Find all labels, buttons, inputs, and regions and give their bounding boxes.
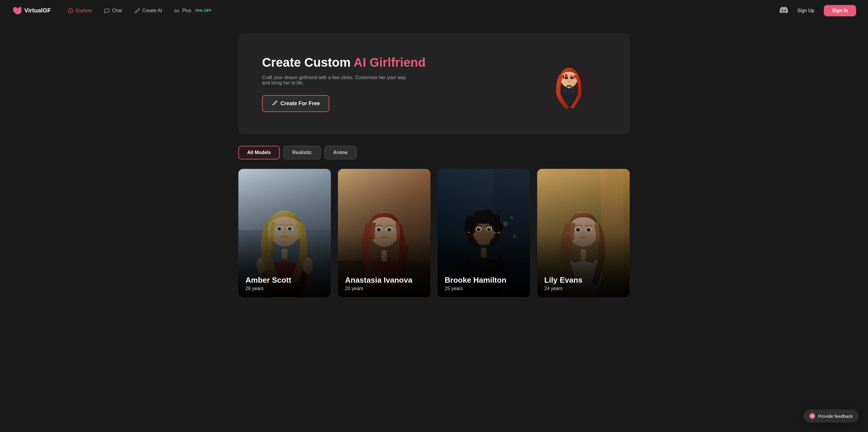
nav-create-ai[interactable]: Create AI <box>129 5 167 16</box>
signup-button[interactable]: Sign Up <box>793 6 819 16</box>
create-btn-label: Create For Free <box>280 100 320 107</box>
filter-anime[interactable]: Anime <box>324 146 356 159</box>
hero-character-illustration <box>523 51 606 116</box>
svg-point-84 <box>582 233 582 233</box>
nav-plus[interactable]: Plus 75% OFF <box>169 5 216 16</box>
hero-card: Create Custom AI Girlfriend Craft your d… <box>238 33 630 134</box>
hero-content: Create Custom AI Girlfriend Craft your d… <box>262 55 523 112</box>
nav-explore[interactable]: Explore <box>63 5 97 16</box>
model-info-amber: Amber Scott 26 years <box>238 270 331 297</box>
wand-icon <box>272 100 277 107</box>
svg-point-66 <box>471 239 477 248</box>
model-name-lily: Lily Evans <box>544 275 623 285</box>
model-age-brooke: 25 years <box>445 286 523 291</box>
feedback-button[interactable]: Provide feedback <box>803 409 859 423</box>
logo[interactable]: VirtualGF <box>12 6 51 15</box>
svg-point-85 <box>585 233 585 233</box>
crown-icon <box>174 8 180 13</box>
hero-banner: Create Custom AI Girlfriend Craft your d… <box>226 33 642 134</box>
navbar: VirtualGF Explore Chat <box>0 0 868 21</box>
chat-icon <box>104 8 110 13</box>
filter-realistic[interactable]: Realistic <box>283 146 321 159</box>
model-info-anastasia: Anastasia Ivanova 20 years <box>338 270 430 297</box>
nav-right: Sign Up Sign In <box>780 5 856 16</box>
nav-create-label: Create AI <box>142 8 162 13</box>
hero-title-regular: Create Custom <box>262 56 354 69</box>
hero-title-accent: AI Girlfriend <box>354 56 426 69</box>
model-name-anastasia: Anastasia Ivanova <box>345 275 423 285</box>
model-age-amber: 26 years <box>245 286 324 291</box>
nav-links: Explore Chat Create AI <box>63 5 780 16</box>
svg-point-65 <box>494 233 500 243</box>
model-card-anastasia[interactable]: Anastasia Ivanova 20 years <box>338 169 430 297</box>
model-card-brooke[interactable]: Brooke Hamilton 25 years <box>438 169 530 297</box>
svg-rect-81 <box>581 249 586 260</box>
svg-point-67 <box>490 238 496 246</box>
hero-subtitle: Craft your dream girlfriend with a few c… <box>262 75 410 86</box>
svg-rect-39 <box>381 250 387 262</box>
feedback-icon <box>809 413 815 419</box>
nav-explore-label: Explore <box>76 8 92 13</box>
model-age-lily: 24 years <box>544 286 623 291</box>
create-for-free-button[interactable]: Create For Free <box>262 95 329 112</box>
model-card-lily[interactable]: Lily Evans 24 years <box>537 169 630 297</box>
svg-point-15 <box>568 86 569 87</box>
svg-point-83 <box>579 233 580 234</box>
hero-image <box>523 51 606 116</box>
svg-point-12 <box>567 77 567 77</box>
model-age-anastasia: 20 years <box>345 286 423 291</box>
nav-chat-label: Chat <box>112 8 122 13</box>
model-card-amber[interactable]: Amber Scott 26 years <box>238 169 331 297</box>
svg-point-1 <box>276 101 277 101</box>
model-name-brooke: Brooke Hamilton <box>445 275 523 285</box>
models-grid: Amber Scott 26 years <box>226 169 642 297</box>
svg-point-88 <box>586 235 586 235</box>
svg-point-87 <box>581 235 581 235</box>
filter-all-models[interactable]: All Models <box>238 146 280 159</box>
filter-section: All Models Realistic Anime <box>226 146 642 159</box>
nav-chat[interactable]: Chat <box>99 5 127 16</box>
nav-plus-label: Plus <box>182 8 191 13</box>
create-ai-icon <box>134 8 140 13</box>
model-info-brooke: Brooke Hamilton 25 years <box>438 270 530 297</box>
svg-rect-24 <box>282 248 288 259</box>
svg-point-86 <box>587 233 588 234</box>
logo-text: VirtualGF <box>24 7 51 14</box>
discord-icon[interactable] <box>780 6 788 15</box>
signin-button[interactable]: Sign In <box>824 5 856 16</box>
svg-rect-56 <box>481 248 487 258</box>
model-name-amber: Amber Scott <box>245 275 324 285</box>
svg-point-64 <box>467 234 475 245</box>
explore-icon <box>68 8 73 13</box>
model-info-lily: Lily Evans 24 years <box>537 270 630 297</box>
svg-point-53 <box>513 234 517 238</box>
heart-icon <box>12 6 21 15</box>
svg-point-13 <box>572 77 573 77</box>
feedback-label: Provide feedback <box>818 413 852 419</box>
plus-discount-badge: 75% OFF <box>195 8 212 13</box>
hero-title: Create Custom AI Girlfriend <box>262 55 523 70</box>
